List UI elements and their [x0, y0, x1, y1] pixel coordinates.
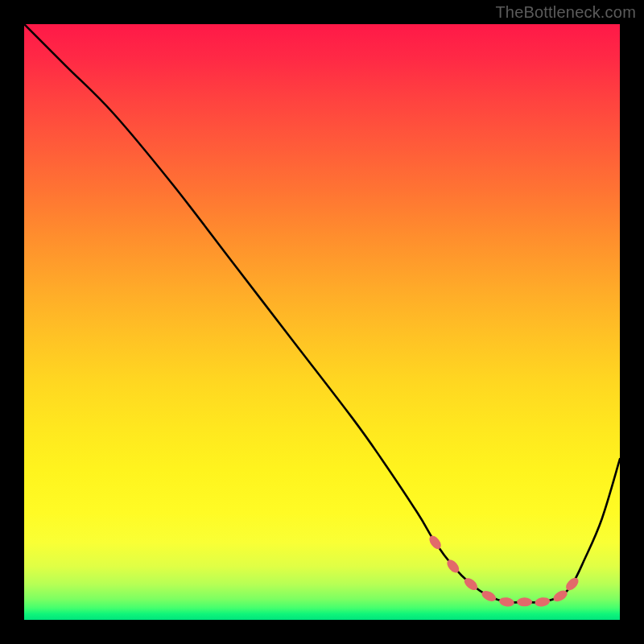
chart-frame: TheBottleneck.com — [0, 0, 644, 644]
optimal-dot — [564, 576, 580, 592]
optimal-dot — [535, 597, 551, 608]
optimal-dot — [427, 534, 444, 551]
optimal-dot — [480, 588, 497, 603]
bottleneck-curve — [24, 24, 620, 602]
watermark-text: TheBottleneck.com — [495, 3, 636, 22]
optimal-dot — [517, 597, 532, 606]
chart-overlay-svg — [24, 24, 620, 620]
optimal-dot — [498, 597, 515, 608]
optimal-range-dots — [427, 534, 581, 608]
